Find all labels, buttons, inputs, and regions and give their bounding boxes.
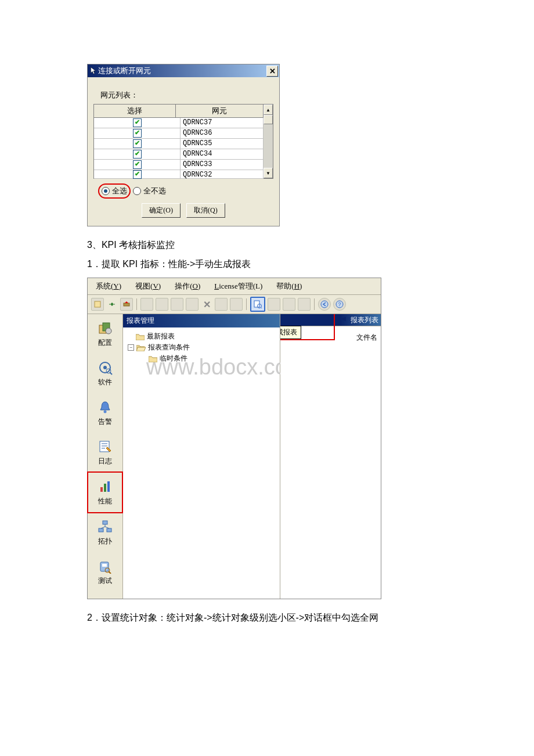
menu-license[interactable]: License管理(L): [214, 281, 262, 291]
test-icon: [97, 559, 113, 574]
checkbox[interactable]: ✔: [133, 160, 142, 169]
sidebar-item-log[interactable]: 日志: [88, 433, 122, 472]
menu-bar: 系统(Y) 视图(V) 操作(O) License管理(L) 帮助(H): [88, 278, 381, 295]
toolbar-icon[interactable]: [140, 298, 153, 311]
table-row[interactable]: ✔QDRNC33: [94, 160, 264, 170]
connect-dialog: 连接或断开网元 ✕ 网元列表： 选择 网元 ✔QDRNC37 ✔QDRNC36 …: [87, 64, 280, 226]
checkbox[interactable]: ✔: [133, 150, 142, 159]
ne-table: 选择 网元 ✔QDRNC37 ✔QDRNC36 ✔QDRNC35 ✔QDRNC3…: [93, 104, 273, 179]
folder-closed-icon: [149, 355, 157, 362]
right-pane: ◀ 报表列表 手动生成报表 文件名: [280, 314, 381, 599]
toolbar-icon[interactable]: [91, 298, 104, 311]
tree-pane: 报表管理 最新报表 − 报表查询条件 临时条件: [123, 314, 280, 599]
arrow-left-icon[interactable]: ◀: [341, 315, 346, 322]
col-ne-header: 网元: [176, 105, 264, 118]
tree-node[interactable]: 临时条件: [128, 353, 275, 364]
ok-button[interactable]: 确定(O): [142, 203, 181, 218]
software-icon: [97, 360, 113, 375]
svg-point-13: [104, 410, 107, 413]
dialog-titlebar[interactable]: 连接或断开网元 ✕: [88, 64, 279, 77]
perf-icon: [97, 479, 113, 494]
folder-closed-icon: [136, 333, 145, 340]
table-row[interactable]: ✔QDRNC35: [94, 139, 264, 149]
filename-column-header: 文件名: [356, 333, 377, 343]
toolbar-icon[interactable]: [186, 298, 199, 311]
highlight-circle: 全选: [98, 183, 131, 199]
svg-rect-1: [124, 303, 129, 306]
toolbar-icon[interactable]: [106, 298, 118, 310]
toolbar-icon[interactable]: [283, 298, 295, 311]
help-icon[interactable]: ?: [333, 298, 346, 311]
svg-point-4: [321, 301, 328, 308]
scroll-up-button[interactable]: ▲: [264, 105, 273, 115]
svg-text:?: ?: [338, 301, 341, 307]
app-window: 系统(Y) 视图(V) 操作(O) License管理(L) 帮助(H) ✕: [87, 278, 381, 599]
select-none-label: 全不选: [143, 186, 166, 196]
svg-rect-17: [107, 481, 110, 492]
select-all-label: 全选: [112, 186, 127, 196]
tree-node[interactable]: 最新报表: [128, 331, 275, 342]
close-button[interactable]: ✕: [266, 66, 278, 77]
svg-rect-16: [104, 484, 106, 492]
toolbar-icon[interactable]: [156, 298, 168, 311]
table-row[interactable]: ✔QDRNC36: [94, 128, 264, 139]
scroll-down-button[interactable]: ▼: [264, 168, 273, 178]
svg-point-9: [106, 328, 111, 334]
toolbar-icon[interactable]: [230, 298, 243, 311]
menu-view[interactable]: 视图(V): [135, 281, 161, 291]
toolbar-icon[interactable]: [215, 298, 228, 311]
paragraph: 2．设置统计对象：统计对象->统计对象级别选小区->对话框中勾选全网: [87, 612, 447, 624]
sidebar: 配置 软件 告警 日志 性能: [88, 314, 123, 599]
toolbar-icon[interactable]: [171, 298, 183, 311]
checkbox[interactable]: ✔: [133, 139, 142, 148]
tooltip: 手动生成报表: [280, 326, 301, 339]
scroll-thumb[interactable]: [264, 115, 273, 124]
svg-rect-19: [99, 528, 103, 532]
config-icon: [97, 321, 113, 336]
radio-select-none[interactable]: [133, 187, 141, 195]
collapse-icon[interactable]: −: [128, 344, 134, 351]
sidebar-item-perf[interactable]: 性能: [87, 471, 123, 513]
scrollbar[interactable]: ▲ ▼: [264, 105, 273, 179]
sidebar-item-alarm[interactable]: 告警: [88, 393, 122, 433]
radio-select-all[interactable]: [102, 187, 110, 195]
cancel-button[interactable]: 取消(Q): [186, 203, 225, 218]
folder-open-icon: [136, 344, 146, 351]
toolbar: ✕ ?: [88, 295, 381, 314]
menu-operate[interactable]: 操作(O): [175, 281, 200, 291]
back-icon[interactable]: [318, 298, 331, 311]
paragraph: 1．提取 KPI 指标：性能->手动生成报表: [87, 258, 447, 271]
svg-rect-0: [95, 301, 100, 307]
list-label: 网元列表：: [100, 90, 272, 100]
toolbar-icon[interactable]: [298, 298, 311, 311]
sidebar-item-topo[interactable]: 拓扑: [88, 513, 122, 552]
svg-point-11: [103, 366, 107, 369]
checkbox[interactable]: ✔: [133, 170, 142, 179]
menu-help[interactable]: 帮助(H): [276, 281, 302, 291]
sidebar-item-config[interactable]: 配置: [88, 314, 122, 354]
report-gen-icon[interactable]: [250, 297, 265, 312]
checkbox[interactable]: ✔: [133, 118, 142, 127]
svg-rect-15: [100, 487, 103, 492]
svg-rect-20: [107, 528, 111, 532]
paragraph: 3、KPI 考核指标监控: [87, 239, 447, 251]
svg-rect-22: [102, 564, 107, 567]
toolbar-icon[interactable]: [268, 298, 280, 311]
menu-system[interactable]: 系统(Y): [96, 281, 121, 291]
table-row[interactable]: ✔QDRNC34: [94, 149, 264, 160]
cursor-icon: [90, 67, 97, 75]
right-title: 报表列表: [351, 315, 378, 325]
tree-node[interactable]: − 报表查询条件: [128, 342, 275, 353]
checkbox[interactable]: ✔: [133, 129, 142, 138]
col-select-header: 选择: [94, 105, 176, 118]
alarm-icon: [97, 399, 113, 415]
toolbar-icon[interactable]: [120, 298, 133, 311]
sidebar-item-test[interactable]: 测试: [88, 552, 122, 592]
tree-header: 报表管理: [123, 314, 280, 327]
svg-rect-18: [103, 521, 107, 524]
delete-icon[interactable]: ✕: [201, 298, 212, 310]
table-row[interactable]: ✔QDRNC37: [94, 118, 264, 128]
dialog-title: 连接或断开网元: [98, 66, 151, 76]
sidebar-item-software[interactable]: 软件: [88, 354, 122, 393]
table-row[interactable]: ✔QDRNC32: [94, 170, 264, 179]
